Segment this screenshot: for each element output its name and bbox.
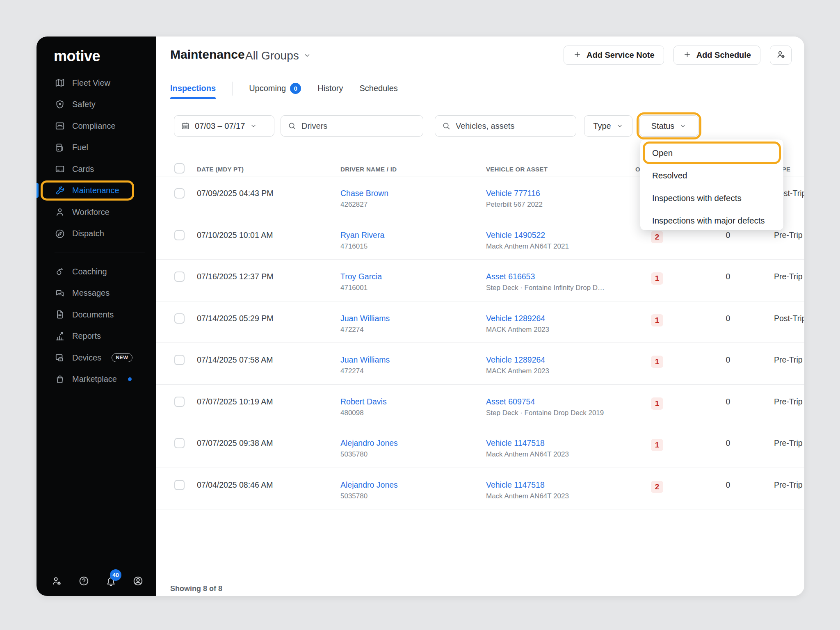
sidebar-item-label: Coaching	[72, 267, 107, 276]
date-range-filter[interactable]: 07/03 – 07/17	[174, 115, 274, 137]
row-checkbox[interactable]	[174, 188, 185, 199]
open-defects-badge: 2	[651, 231, 663, 243]
group-filter-dropdown[interactable]: All Groups	[245, 49, 311, 62]
row-checkbox[interactable]	[174, 438, 185, 448]
help-icon	[78, 581, 89, 588]
sidebar-item-reports[interactable]: Reports	[37, 326, 156, 347]
vehicle-link[interactable]: Asset 609754	[486, 397, 535, 406]
drivers-search-input[interactable]	[281, 116, 423, 136]
sidebar-item-label: Workforce	[72, 208, 110, 217]
vehicle-description: Mack Anthem AN64T 2023	[486, 450, 632, 459]
inspection-date: 07/10/2025 10:01 AM	[197, 218, 340, 260]
user-gear-button[interactable]	[51, 575, 62, 587]
sidebar-item-marketplace[interactable]: Marketplace	[37, 369, 156, 390]
user-gear-icon	[776, 50, 786, 61]
sidebar-item-devices[interactable]: DevicesNEW	[37, 347, 156, 369]
vehicle-link[interactable]: Vehicle 777116	[486, 189, 540, 198]
calendar-icon	[181, 121, 190, 130]
inspection-date: 07/14/2025 05:29 PM	[197, 301, 340, 343]
row-checkbox[interactable]	[174, 230, 185, 240]
plus-icon	[683, 50, 692, 61]
driver-link[interactable]: Juan Williams	[340, 355, 390, 364]
sidebar-item-messages[interactable]: Messages	[37, 283, 156, 304]
status-option-inspections-with-defects[interactable]: Inspections with defects	[640, 187, 783, 209]
type-filter-dropdown[interactable]: Type	[584, 115, 632, 137]
vehicle-link[interactable]: Asset 616653	[486, 272, 535, 281]
inspection-date: 07/07/2025 09:38 AM	[197, 426, 340, 468]
tab-history[interactable]: History	[317, 78, 343, 99]
vehicle-link[interactable]: Vehicle 1147518	[486, 480, 545, 489]
tab-separator	[232, 82, 233, 96]
sidebar-item-cards[interactable]: Cards	[37, 158, 156, 180]
row-checkbox[interactable]	[174, 313, 185, 324]
compliance-icon	[55, 121, 65, 131]
resolved-defects-count: 0	[699, 301, 757, 343]
sidebar-item-compliance[interactable]: Compliance	[37, 115, 156, 137]
row-checkbox[interactable]	[174, 272, 185, 282]
status-filter-dropdown[interactable]: Status	[639, 115, 698, 137]
app-window: motive Fleet ViewSafetyComplianceFuelCar…	[37, 37, 804, 596]
vehicle-link[interactable]: Vehicle 1289264	[486, 355, 545, 364]
vehicle-link[interactable]: Vehicle 1490522	[486, 231, 545, 240]
sidebar-item-safety[interactable]: Safety	[37, 94, 156, 116]
vehicle-link[interactable]: Vehicle 1147518	[486, 438, 545, 447]
manage-users-button[interactable]	[770, 46, 792, 65]
inspection-type: Pre-Trip	[757, 385, 804, 426]
vehicle-link[interactable]: Vehicle 1289264	[486, 314, 545, 323]
driver-link[interactable]: Chase Brown	[340, 189, 388, 198]
driver-id: 5035780	[340, 492, 486, 500]
sidebar-item-label: Fleet View	[72, 78, 110, 88]
sidebar-item-fuel[interactable]: Fuel	[37, 137, 156, 159]
tabs-divider-line	[156, 99, 804, 99]
bell-button[interactable]: 40	[105, 575, 116, 587]
sidebar-item-maintenance[interactable]: Maintenance	[37, 180, 156, 202]
sidebar-item-label: Fuel	[72, 143, 88, 152]
sidebar-item-coaching[interactable]: Coaching	[37, 261, 156, 283]
inspection-date: 07/16/2025 12:37 PM	[197, 260, 340, 301]
fuel-icon	[55, 142, 65, 153]
help-button[interactable]	[78, 575, 89, 587]
sidebar-item-label: Reports	[72, 331, 101, 341]
status-option-open[interactable]: Open	[640, 142, 783, 164]
driver-link[interactable]: Robert Davis	[340, 397, 387, 406]
vehicle-description: Mack Anthem AN64T 2021	[486, 242, 632, 251]
resolved-defects-count: 0	[699, 343, 757, 384]
plus-icon	[573, 50, 582, 61]
status-option-inspections-with-major-defects[interactable]: Inspections with major defects	[640, 209, 783, 232]
add-schedule-button[interactable]: Add Schedule	[673, 46, 760, 65]
table-footer: Showing 8 of 8	[156, 581, 804, 596]
vehicle-description: Step Deck · Fontaine Infinity Drop D…	[486, 284, 632, 292]
row-checkbox[interactable]	[174, 480, 185, 490]
driver-link[interactable]: Alejandro Jones	[340, 480, 398, 489]
tab-inspections[interactable]: Inspections	[170, 78, 216, 99]
add-service-note-button[interactable]: Add Service Note	[564, 46, 664, 65]
status-option-resolved[interactable]: Resolved	[640, 164, 783, 187]
sidebar-divider	[37, 244, 156, 261]
sidebar-item-dispatch[interactable]: Dispatch	[37, 223, 156, 245]
messages-icon	[55, 288, 65, 299]
driver-link[interactable]: Troy Garcia	[340, 272, 382, 281]
vehicles-search-input[interactable]	[435, 116, 576, 136]
driver-link[interactable]: Alejandro Jones	[340, 438, 398, 447]
table-row: 07/07/2025 10:19 AMRobert Davis480098Ass…	[156, 385, 804, 427]
dispatch-icon	[55, 228, 65, 239]
page-title: Maintenance	[170, 48, 245, 62]
resolved-defects-count: 0	[699, 260, 757, 301]
sidebar-item-fleet-view[interactable]: Fleet View	[37, 72, 156, 94]
documents-icon	[55, 309, 65, 320]
sidebar-item-workforce[interactable]: Workforce	[37, 201, 156, 223]
sidebar-item-documents[interactable]: Documents	[37, 304, 156, 326]
tab-schedules[interactable]: Schedules	[359, 78, 397, 99]
header-actions: Add Service Note Add Schedule	[564, 46, 792, 65]
tab-upcoming[interactable]: Upcoming0	[249, 78, 301, 99]
select-all-checkbox[interactable]	[174, 163, 185, 173]
row-checkbox[interactable]	[174, 397, 185, 407]
row-checkbox[interactable]	[174, 355, 185, 365]
sidebar-item-label: Compliance	[72, 121, 116, 131]
driver-link[interactable]: Juan Williams	[340, 314, 390, 323]
notification-count-badge: 40	[110, 569, 121, 581]
vehicle-description: MACK Anthem 2023	[486, 367, 632, 375]
vehicle-description: Step Deck · Fontaine Drop Deck 2019	[486, 409, 632, 417]
account-button[interactable]	[132, 575, 144, 587]
driver-link[interactable]: Ryan Rivera	[340, 231, 384, 240]
